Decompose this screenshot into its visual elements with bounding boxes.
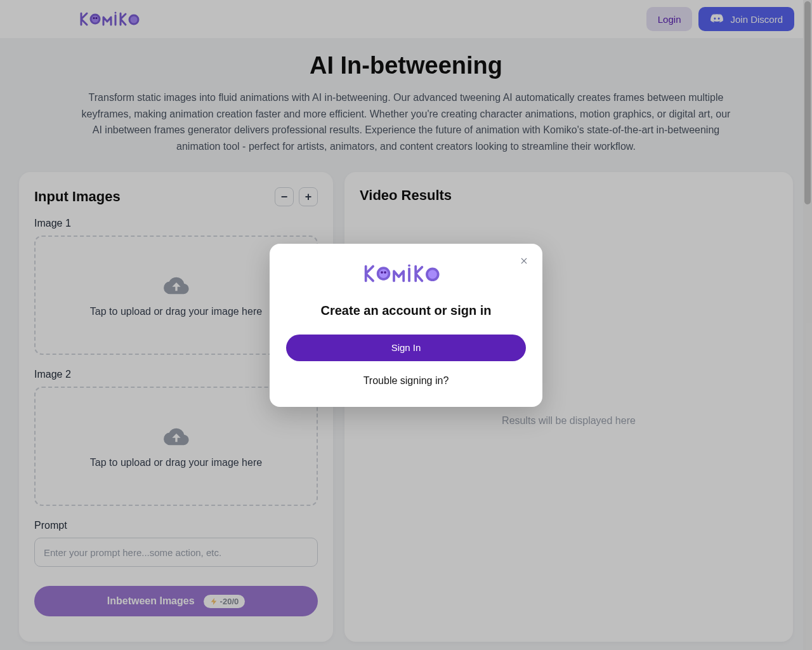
modal-close-button[interactable] xyxy=(517,254,531,268)
modal-logo xyxy=(286,262,526,286)
modal-overlay[interactable]: Create an account or sign in Sign In Tro… xyxy=(0,0,812,650)
modal-title: Create an account or sign in xyxy=(286,303,526,318)
signin-modal: Create an account or sign in Sign In Tro… xyxy=(270,244,542,407)
close-icon xyxy=(520,256,528,265)
signin-button[interactable]: Sign In xyxy=(286,335,526,361)
komiko-logo-icon xyxy=(311,262,501,286)
trouble-signing-in-link[interactable]: Trouble signing in? xyxy=(286,375,526,387)
